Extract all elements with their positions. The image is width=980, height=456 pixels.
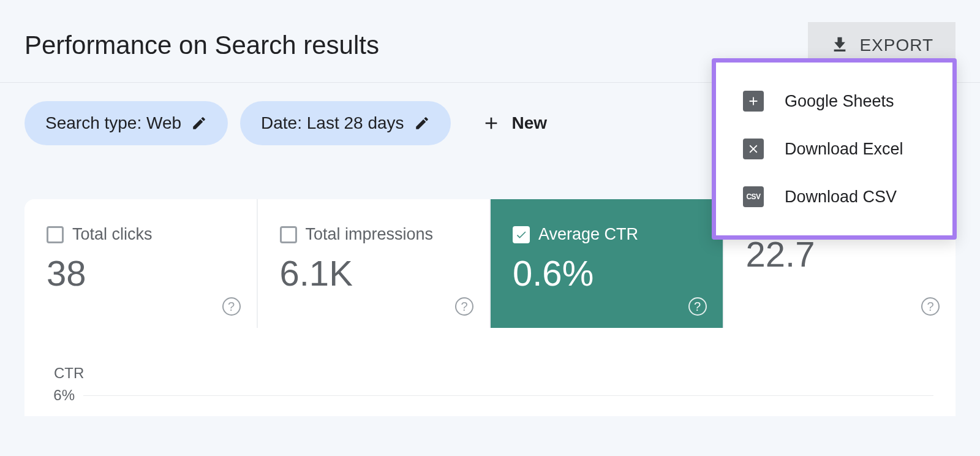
metric-card-average-ctr[interactable]: Average CTR 0.6% ? xyxy=(491,199,724,328)
plus-icon xyxy=(481,113,501,133)
chart-tick-label: 6% xyxy=(47,387,75,404)
metric-card-total-impressions[interactable]: Total impressions 6.1K ? xyxy=(258,199,491,328)
checkbox-icon[interactable] xyxy=(47,226,64,243)
chart-gridline xyxy=(83,395,933,396)
metric-label: Total clicks xyxy=(72,225,153,244)
pencil-icon xyxy=(191,115,207,131)
metric-value: 0.6% xyxy=(513,254,708,293)
download-icon xyxy=(830,36,850,55)
help-icon[interactable]: ? xyxy=(688,297,707,316)
add-filter-label: New xyxy=(512,113,548,133)
filter-date-label: Date: Last 28 days xyxy=(261,113,404,133)
export-menu-item-download-csv[interactable]: CSV Download CSV xyxy=(716,173,952,221)
export-menu-item-label: Download Excel xyxy=(785,140,903,159)
chart-area: CTR 6% xyxy=(24,328,956,416)
filter-search-type[interactable]: Search type: Web xyxy=(24,101,228,145)
sheets-icon xyxy=(743,91,764,112)
metric-value: 22.7 xyxy=(746,235,941,274)
metric-value: 38 xyxy=(47,254,242,293)
export-dropdown-menu: Google Sheets Download Excel CSV Downloa… xyxy=(712,58,957,240)
page-title: Performance on Search results xyxy=(24,31,379,60)
export-menu-item-label: Google Sheets xyxy=(785,92,894,111)
checkbox-icon[interactable] xyxy=(280,226,297,243)
chart-y-axis-label: CTR xyxy=(54,365,933,382)
metric-value: 6.1K xyxy=(280,254,475,293)
checkbox-checked-icon[interactable] xyxy=(513,226,530,243)
export-menu-item-download-excel[interactable]: Download Excel xyxy=(716,125,952,173)
filter-date[interactable]: Date: Last 28 days xyxy=(240,101,450,145)
help-icon[interactable]: ? xyxy=(455,297,473,316)
metric-label: Total impressions xyxy=(306,225,434,244)
metric-card-total-clicks[interactable]: Total clicks 38 ? xyxy=(24,199,258,328)
csv-icon: CSV xyxy=(743,186,764,207)
metric-label: Average CTR xyxy=(538,225,638,244)
export-menu-item-google-sheets[interactable]: Google Sheets xyxy=(716,77,952,125)
help-icon[interactable]: ? xyxy=(222,297,241,316)
export-button-label: EXPORT xyxy=(859,36,933,55)
export-menu-item-label: Download CSV xyxy=(785,188,897,207)
svg-rect-0 xyxy=(834,50,846,51)
add-filter-button[interactable]: New xyxy=(463,105,566,142)
chart-gridline-row: 6% xyxy=(47,387,933,404)
filter-search-type-label: Search type: Web xyxy=(45,113,181,133)
help-icon[interactable]: ? xyxy=(921,297,940,316)
pencil-icon xyxy=(414,115,430,131)
excel-icon xyxy=(743,139,764,159)
